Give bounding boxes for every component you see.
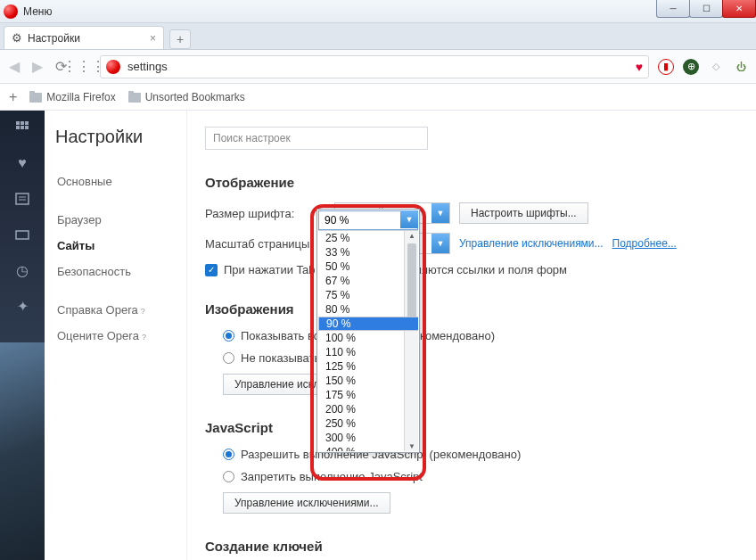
page-title: Настройки (55, 127, 176, 147)
back-icon[interactable]: ◀ (7, 60, 21, 74)
configure-fonts-button[interactable]: Настроить шрифты... (459, 202, 588, 224)
search-input[interactable]: Поиск настроек (205, 127, 428, 150)
left-rail: ♥ ◷ ✦ (0, 111, 45, 560)
section-keys: Создание ключей (205, 539, 738, 554)
svg-rect-0 (16, 121, 20, 125)
address-bar[interactable]: ♥ (100, 55, 649, 78)
sidebar-item-help[interactable]: Справка Opera? (55, 297, 176, 323)
window-titlebar: Меню ─ ☐ ✕ (0, 0, 756, 23)
rail-background (0, 342, 45, 560)
sidebar-item-basic[interactable]: Основные (55, 169, 176, 194)
url-bar: ◀ ▶ ⟳ ⋮⋮⋮ ♥ ▮ ⊕ ◇ ⏻ (0, 50, 756, 84)
folder-icon (128, 93, 141, 103)
power-icon[interactable]: ⏻ (733, 59, 749, 75)
tab-close-icon[interactable]: × (150, 32, 156, 45)
sidebar-item-websites[interactable]: Сайты (55, 233, 176, 259)
settings-sidebar: Настройки Основные Браузер Сайты Безопас… (45, 111, 187, 560)
section-images: Изображения (205, 301, 738, 317)
chevron-down-icon: ▼ (431, 234, 449, 253)
learn-more-link[interactable]: Подробнее... (612, 237, 677, 250)
chevron-down-icon: ▼ (400, 210, 418, 228)
add-bookmark-button[interactable]: + (9, 89, 17, 105)
tab-highlight-checkbox[interactable]: ✓ (205, 264, 218, 276)
svg-rect-9 (16, 231, 29, 239)
speed-dial-icon[interactable]: ⋮⋮⋮ (77, 60, 91, 74)
tab-title: Настройки (28, 32, 80, 45)
sidebar-item-browser[interactable]: Браузер (55, 207, 176, 233)
extensions-rail-icon[interactable]: ✦ (14, 298, 30, 314)
forward-icon[interactable]: ▶ (30, 60, 45, 74)
tab-settings[interactable]: ⚙ Настройки × (4, 26, 164, 49)
svg-rect-6 (16, 194, 29, 204)
js-deny-label: Запретить выполнение JavaScript (241, 470, 423, 483)
opera-logo-icon (4, 4, 18, 19)
sidebar-item-rate[interactable]: Оцените Opera? (55, 323, 176, 349)
images-show-radio[interactable] (223, 330, 234, 342)
new-tab-button[interactable]: + (169, 29, 191, 49)
svg-rect-5 (25, 126, 29, 129)
page-zoom-label: Масштаб страницы: (205, 237, 334, 251)
menu-button[interactable]: Меню (23, 5, 52, 18)
js-exceptions-button[interactable]: Управление исключениями... (223, 492, 390, 514)
chevron-down-icon: ▼ (431, 203, 449, 223)
speed-dial-rail-icon[interactable] (14, 119, 30, 136)
dropdown-scrollbar[interactable]: ▲▼ (404, 231, 418, 451)
folder-icon (29, 93, 42, 103)
history-rail-icon[interactable]: ◷ (14, 262, 30, 278)
tabs-rail-icon[interactable] (14, 226, 30, 243)
font-size-label: Размер шрифта: (205, 207, 334, 220)
js-deny-radio[interactable] (223, 471, 234, 482)
bookmark-folder-1[interactable]: Mozilla Firefox (29, 91, 115, 103)
bookmark-heart-icon[interactable]: ♥ (636, 60, 643, 74)
opera-o-icon (106, 60, 120, 74)
extension-icon-1[interactable]: ▮ (658, 59, 674, 75)
manage-exceptions-link[interactable]: Управление исключениями... (459, 237, 604, 250)
bookmarks-rail-icon[interactable]: ♥ (14, 155, 30, 171)
bookmark-folder-2[interactable]: Unsorted Bookmarks (128, 91, 245, 103)
sidebar-item-security[interactable]: Безопасность (55, 259, 176, 284)
shield-icon[interactable]: ◇ (708, 59, 724, 75)
extension-icon-2[interactable]: ⊕ (683, 59, 699, 75)
bookmarks-bar: + Mozilla Firefox Unsorted Bookmarks (0, 84, 756, 111)
images-hide-radio[interactable] (223, 352, 234, 364)
settings-content: Поиск настроек Отображение Размер шрифта… (187, 111, 756, 560)
svg-rect-2 (25, 121, 29, 125)
tab-strip: ⚙ Настройки × + (0, 23, 756, 50)
close-button[interactable]: ✕ (722, 0, 756, 18)
svg-rect-1 (21, 121, 24, 125)
minimize-button[interactable]: ─ (656, 0, 690, 18)
url-input[interactable] (127, 60, 630, 73)
section-display: Отображение (205, 175, 738, 190)
news-rail-icon[interactable] (14, 191, 30, 207)
js-allow-radio[interactable] (223, 449, 234, 460)
dropdown-list[interactable]: ▲▼ 25 %33 %50 %67 %75 %80 %90 %100 %110 … (318, 230, 418, 451)
section-javascript: JavaScript (205, 420, 738, 435)
svg-rect-3 (16, 126, 20, 129)
dropdown-selected-display: 90 % ▼ (318, 210, 418, 230)
gear-icon: ⚙ (12, 31, 22, 45)
svg-rect-4 (21, 126, 24, 129)
zoom-dropdown-open[interactable]: 90 % ▼ ▲▼ 25 %33 %50 %67 %75 %80 %90 %10… (316, 209, 420, 453)
maximize-button[interactable]: ☐ (689, 0, 723, 18)
dropdown-option[interactable]: 90 % (318, 317, 418, 331)
